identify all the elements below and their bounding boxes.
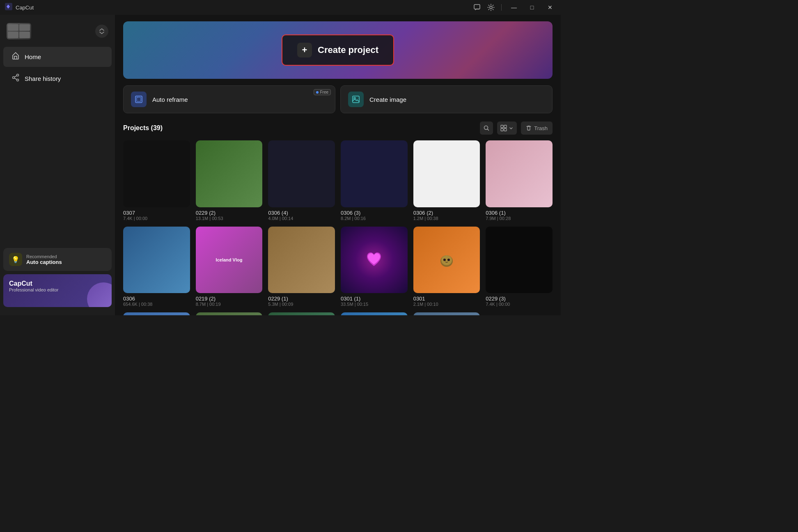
main-layout: Home Share history 💡 Recommended Auto ca…	[0, 15, 561, 315]
hero-banner: + Create project	[123, 21, 553, 79]
titlebar: CapCut — □ ✕	[0, 0, 561, 15]
project-item[interactable]: 03077.4K | 00:00	[123, 140, 190, 221]
titlebar-right: — □ ✕	[473, 2, 556, 13]
projects-grid: 03077.4K | 00:000229 (2)13.1M | 00:53030…	[123, 140, 553, 315]
project-name: 0301 (1)	[341, 296, 408, 302]
maximize-button[interactable]: □	[526, 2, 538, 13]
project-item[interactable]: 0229 (3)7.4K | 00:00	[486, 227, 553, 307]
project-name: 0229 (1)	[268, 296, 335, 302]
project-meta: 8.2M | 00:16	[341, 216, 408, 221]
close-button[interactable]: ✕	[544, 2, 556, 13]
settings-icon[interactable]	[487, 4, 495, 11]
project-name: 0306 (4)	[268, 210, 335, 216]
project-name: 0306 (2)	[413, 210, 480, 216]
sidebar-item-share-label: Share history	[25, 75, 61, 82]
projects-header: Projects (39)	[123, 122, 553, 135]
project-meta: 8.7M | 00:19	[196, 302, 263, 307]
project-item[interactable]: 0227 (1)15.6M | 00:22	[196, 312, 263, 315]
project-item[interactable]: 0306654.6K | 00:38	[123, 227, 190, 307]
svg-point-3	[17, 74, 19, 76]
tool-card-auto-reframe[interactable]: Auto reframe Free	[123, 85, 335, 113]
search-button[interactable]	[480, 122, 493, 135]
view-toggle-button[interactable]	[497, 122, 517, 135]
recommended-icon: 💡	[9, 253, 22, 266]
create-project-button[interactable]: + Create project	[282, 34, 394, 66]
trash-label: Trash	[534, 125, 548, 131]
project-item[interactable]: Iceland Vlog0219 (2)8.7M | 00:19	[196, 227, 263, 307]
project-meta: 33.5M | 00:15	[341, 302, 408, 307]
chat-icon[interactable]	[473, 4, 481, 11]
project-name: 0229 (3)	[486, 296, 553, 302]
project-name: 0307	[123, 210, 190, 216]
svg-rect-1	[474, 5, 480, 9]
project-name: 0306	[123, 296, 190, 302]
svg-point-4	[17, 79, 19, 81]
svg-point-16	[441, 255, 452, 265]
svg-rect-8	[353, 96, 359, 103]
project-item[interactable]: 0226 (2)6.2M | 00:11	[341, 312, 408, 315]
titlebar-left: CapCut	[5, 3, 34, 12]
project-item[interactable]: 03012.1M | 00:10	[413, 227, 480, 307]
project-item[interactable]: 0306 (4)4.0M | 00:14	[268, 140, 335, 221]
recommended-card[interactable]: 💡 Recommended Auto captions	[3, 248, 112, 271]
recommended-title: Auto captions	[26, 259, 62, 265]
project-name: 0219 (2)	[196, 296, 263, 302]
promo-subtitle: Professional video editor	[9, 287, 106, 292]
project-name: 0306 (1)	[486, 210, 553, 216]
project-meta: 1.2M | 00:38	[413, 216, 480, 221]
svg-point-2	[490, 6, 492, 9]
app-logo-icon	[5, 3, 12, 12]
svg-rect-11	[501, 125, 503, 128]
user-switch-button[interactable]	[95, 25, 108, 38]
project-item[interactable]: 0229 (1)5.3M | 00:09	[268, 227, 335, 307]
project-meta: 7.9M | 00:28	[486, 216, 553, 221]
sidebar-item-home[interactable]: Home	[3, 47, 112, 67]
home-icon	[11, 52, 20, 62]
project-meta: 13.1M | 00:53	[196, 216, 263, 221]
main-content: + Create project Auto reframe Free	[115, 15, 561, 315]
project-item[interactable]: 0226 (1)11.3M | 00:25	[413, 312, 480, 315]
project-meta: 654.6K | 00:38	[123, 302, 190, 307]
project-name: 0306 (3)	[341, 210, 408, 216]
project-name: 0229 (2)	[196, 210, 263, 216]
trash-button[interactable]: Trash	[521, 122, 553, 135]
sidebar-bottom: 💡 Recommended Auto captions CapCut Profe…	[0, 245, 115, 310]
auto-reframe-label: Auto reframe	[152, 96, 188, 103]
projects-title: Projects (39)	[123, 124, 163, 132]
project-item[interactable]: 0306 (3)8.2M | 00:16	[341, 140, 408, 221]
create-image-icon	[348, 92, 364, 107]
project-meta: 7.4K | 00:00	[123, 216, 190, 221]
sidebar: Home Share history 💡 Recommended Auto ca…	[0, 15, 115, 315]
auto-reframe-icon	[131, 92, 147, 107]
create-image-label: Create image	[369, 96, 406, 103]
project-name: 0301	[413, 296, 480, 302]
plus-icon: +	[297, 43, 312, 57]
svg-point-17	[443, 259, 446, 261]
project-meta: 5.3M | 00:09	[268, 302, 335, 307]
avatar	[7, 23, 31, 39]
share-icon	[11, 73, 20, 84]
project-item[interactable]: 02279.1M | 00:18	[268, 312, 335, 315]
create-project-label: Create project	[318, 45, 378, 55]
minimize-button[interactable]: —	[508, 2, 520, 13]
svg-point-5	[13, 77, 15, 79]
tool-card-create-image[interactable]: Create image	[340, 85, 553, 113]
sidebar-item-share-history[interactable]: Share history	[3, 69, 112, 89]
project-item[interactable]: 0301 (1)33.5M | 00:15	[341, 227, 408, 307]
project-item[interactable]: 02282.4M | 00:12	[123, 312, 190, 315]
project-item[interactable]: 0229 (2)13.1M | 00:53	[196, 140, 263, 221]
capcut-promo[interactable]: CapCut Professional video editor	[3, 274, 112, 307]
project-item[interactable]: 0306 (2)1.2M | 00:38	[413, 140, 480, 221]
project-item[interactable]: 0306 (1)7.9M | 00:28	[486, 140, 553, 221]
sidebar-item-home-label: Home	[25, 53, 41, 60]
free-badge: Free	[314, 89, 331, 95]
sidebar-user	[0, 20, 115, 43]
svg-point-18	[447, 259, 450, 261]
titlebar-divider	[501, 4, 502, 11]
recommended-label: Recommended	[26, 254, 62, 259]
svg-rect-14	[504, 128, 507, 131]
tool-cards: Auto reframe Free Create image	[123, 85, 553, 113]
svg-rect-13	[501, 128, 503, 131]
project-meta: 7.4K | 00:00	[486, 302, 553, 307]
svg-rect-7	[137, 97, 141, 101]
